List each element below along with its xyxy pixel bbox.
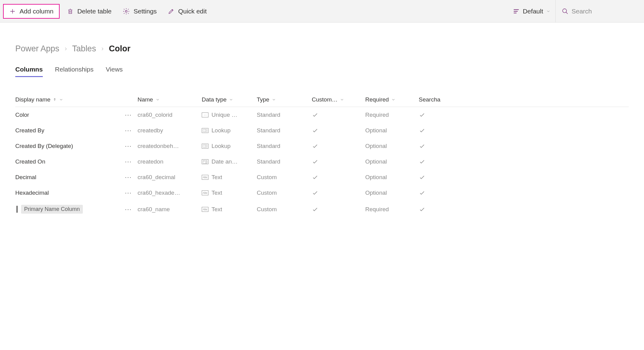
tab-relationships[interactable]: Relationships [55, 66, 94, 77]
row-more-button[interactable]: ··· [119, 127, 138, 134]
cell-name: createdon [138, 158, 202, 165]
view-dropdown[interactable]: Default [508, 5, 555, 18]
trash-icon [67, 8, 74, 15]
datetime-icon [202, 159, 208, 164]
cell-name: createdby [138, 127, 202, 134]
cell-required: Optional [365, 143, 419, 149]
svg-point-5 [205, 162, 207, 163]
cell-display-name: Color [15, 112, 29, 118]
cell-custom [312, 143, 365, 149]
cell-searchable [419, 112, 455, 118]
chevron-right-icon [64, 46, 68, 52]
delete-table-button[interactable]: Delete table [61, 5, 117, 18]
table-row[interactable]: Hexadecimal···cra60_hexade…AbcTextCustom… [15, 185, 629, 201]
view-label: Default [523, 8, 543, 15]
th-type[interactable]: Type [257, 96, 312, 103]
breadcrumb: Power Apps Tables Color [15, 44, 629, 53]
cell-data-type: Lookup [202, 127, 257, 134]
cell-searchable [419, 143, 455, 149]
row-more-button[interactable]: ··· [119, 189, 138, 196]
settings-label: Settings [134, 8, 157, 15]
table-row[interactable]: Decimal···cra60_decimalAbcTextCustomOpti… [15, 169, 629, 185]
cell-type: Standard [257, 127, 312, 134]
chevron-down-icon [391, 98, 396, 102]
chevron-down-icon [272, 98, 276, 102]
quick-edit-button[interactable]: Quick edit [162, 5, 212, 18]
cell-required: Optional [365, 174, 419, 181]
chevron-down-icon [340, 98, 344, 102]
cell-type: Standard [257, 158, 312, 165]
cell-name: cra60_name [138, 206, 202, 213]
row-more-button[interactable]: ··· [119, 142, 138, 149]
svg-point-1 [563, 9, 567, 13]
add-column-label: Add column [20, 8, 53, 15]
th-searchable[interactable]: Searcha [419, 96, 455, 103]
table-row[interactable]: ┃ Primary Name Column···cra60_nameAbcTex… [15, 201, 629, 218]
cell-display-name: Hexadecimal [15, 190, 49, 196]
cell-name: cra60_decimal [138, 174, 202, 181]
breadcrumb-current: Color [109, 44, 131, 53]
th-display-name[interactable]: Display name [15, 96, 119, 103]
plus-icon [9, 8, 16, 15]
tab-columns[interactable]: Columns [15, 66, 43, 77]
cell-required: Optional [365, 190, 419, 196]
text-icon: Abc [202, 190, 208, 195]
cell-data-type: AbcText [202, 206, 257, 213]
sort-up-icon [53, 97, 57, 102]
content: Power Apps Tables Color Columns Relation… [0, 23, 644, 218]
cell-name: createdonbeh… [138, 143, 202, 149]
cell-custom [312, 112, 365, 118]
cell-custom [312, 158, 365, 165]
table-header-row: Display name Name Data type Type [15, 93, 629, 107]
chevron-down-icon [546, 9, 550, 13]
cell-searchable [419, 174, 455, 181]
search-area [555, 0, 641, 22]
tab-views[interactable]: Views [106, 66, 123, 77]
cell-display-name: ┃ [15, 206, 19, 213]
cell-required: Optional [365, 158, 419, 165]
lookup-icon [202, 144, 208, 149]
list-icon [513, 9, 520, 14]
th-custom[interactable]: Custom… [312, 96, 365, 103]
th-required[interactable]: Required [365, 96, 419, 103]
columns-table: Display name Name Data type Type [15, 93, 629, 218]
chevron-down-icon [156, 98, 160, 102]
cell-data-type: AbcText [202, 174, 257, 181]
chevron-right-icon [100, 46, 105, 52]
cell-searchable [419, 190, 455, 196]
search-input[interactable] [572, 8, 635, 15]
breadcrumb-root[interactable]: Power Apps [15, 44, 59, 53]
toolbar: Add column Delete table Settings Quick e… [0, 0, 644, 23]
cell-data-type: Date an… [202, 158, 257, 165]
row-more-button[interactable]: ··· [119, 111, 138, 118]
delete-table-label: Delete table [77, 8, 112, 15]
breadcrumb-tables[interactable]: Tables [72, 44, 96, 53]
th-name[interactable]: Name [138, 96, 202, 103]
unique-id-icon: - - [202, 112, 208, 117]
cell-custom [312, 127, 365, 134]
cell-custom [312, 174, 365, 181]
cell-display-name: Created By [15, 127, 44, 134]
cell-display-name: Created On [15, 158, 45, 165]
cell-required: Required [365, 206, 419, 213]
cell-type: Standard [257, 143, 312, 149]
table-row[interactable]: Created By (Delegate)···createdonbeh…Loo… [15, 138, 629, 154]
table-row[interactable]: Created On···createdonDate an…StandardOp… [15, 154, 629, 169]
cell-name: cra60_hexade… [138, 190, 202, 196]
row-more-button[interactable]: ··· [119, 206, 138, 213]
cell-name: cra60_colorid [138, 112, 202, 118]
row-more-button[interactable]: ··· [119, 158, 138, 165]
settings-button[interactable]: Settings [117, 5, 162, 18]
table-row[interactable]: Color···cra60_colorid- -Unique …Standard… [15, 107, 629, 123]
cell-data-type: Lookup [202, 143, 257, 149]
cell-data-type: - -Unique … [202, 112, 257, 118]
chevron-down-icon [229, 98, 233, 102]
add-column-button[interactable]: Add column [3, 4, 60, 19]
row-more-button[interactable]: ··· [119, 174, 138, 181]
svg-rect-4 [203, 160, 207, 163]
th-data-type[interactable]: Data type [202, 96, 257, 103]
table-row[interactable]: Created By···createdbyLookupStandardOpti… [15, 123, 629, 138]
cell-searchable [419, 158, 455, 165]
svg-point-0 [125, 10, 127, 12]
search-icon [562, 8, 569, 15]
